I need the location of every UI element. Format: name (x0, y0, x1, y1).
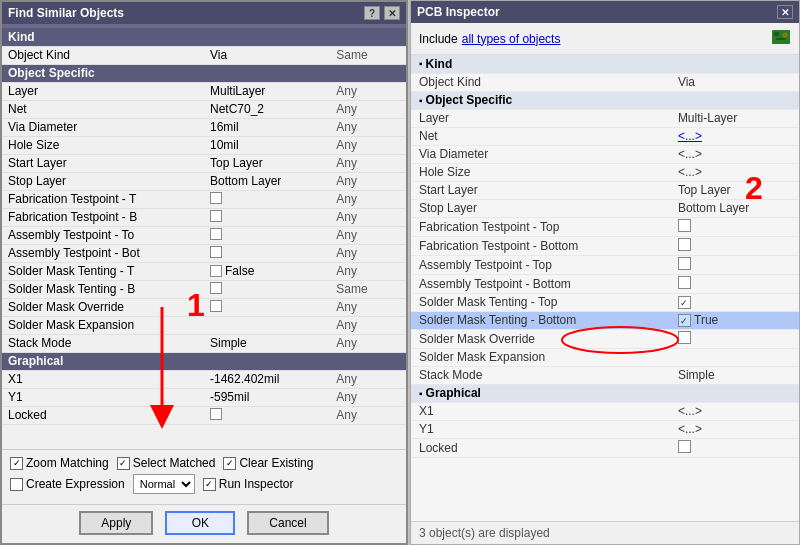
insp-object-specific-section[interactable]: ▪ Object Specific (411, 91, 799, 109)
table-row: Solder Mask Tenting - T False Any (2, 262, 406, 280)
insp-fab-t-cb[interactable] (678, 219, 691, 232)
cancel-button[interactable]: Cancel (247, 511, 328, 535)
dialog-content: Kind Object Kind Via Same Object Specifi… (2, 24, 406, 543)
run-inspector-cb[interactable] (203, 478, 216, 491)
insp-sm-override-cb[interactable] (678, 331, 691, 344)
obj-spec-collapse-icon: ▪ (419, 95, 423, 106)
inspector-table: ▪ Kind Object Kind Via ▪ Object Specific (411, 55, 799, 458)
graphical-collapse-icon: ▪ (419, 388, 423, 399)
zoom-matching-cb[interactable] (10, 457, 23, 470)
select-matched-label[interactable]: Select Matched (117, 456, 216, 470)
select-matched-cb[interactable] (117, 457, 130, 470)
help-button[interactable]: ? (364, 6, 380, 20)
select-matched-text: Select Matched (133, 456, 216, 470)
table-row: Solder Mask Expansion Any (2, 316, 406, 334)
normal-select[interactable]: Normal (133, 474, 195, 494)
insp-kind-label: ▪ Kind (419, 57, 791, 71)
run-inspector-label[interactable]: Run Inspector (203, 477, 294, 491)
table-row: Solder Mask Override Any (2, 298, 406, 316)
insp-prop-object-kind: Object Kind (411, 73, 670, 91)
insp-table-row: Fabrication Testpoint - Bottom (411, 236, 799, 255)
insp-smt-bottom-row: Solder Mask Tenting - Bottom ✓ True (411, 311, 799, 329)
graphical-section-header: Graphical (2, 352, 406, 370)
include-text: Include (419, 32, 458, 46)
insp-table-row: Via Diameter <...> (411, 145, 799, 163)
insp-table-row: Stop Layer Bottom Layer (411, 199, 799, 217)
inspector-content: ▪ Kind Object Kind Via ▪ Object Specific (411, 55, 799, 521)
insp-table-row: Hole Size <...> (411, 163, 799, 181)
smt-t-cb[interactable] (210, 265, 222, 277)
locked-cb[interactable] (210, 408, 222, 420)
footer-text: 3 object(s) are displayed (419, 526, 550, 540)
insp-table-row: Layer Multi-Layer (411, 109, 799, 127)
table-row: Assembly Testpoint - Bot Any (2, 244, 406, 262)
include-link[interactable]: all types of objects (462, 32, 561, 46)
table-row: Assembly Testpoint - To Any (2, 226, 406, 244)
table-row: Layer MultiLayer Any (2, 82, 406, 100)
zoom-matching-label[interactable]: Zoom Matching (10, 456, 109, 470)
insp-table-row: Assembly Testpoint - Bottom (411, 274, 799, 293)
apply-button[interactable]: Apply (79, 511, 153, 535)
assy-testpoint-b-cb[interactable] (210, 246, 222, 258)
insp-smt-bottom-val: True (694, 313, 718, 327)
object-specific-section-header: Object Specific (2, 64, 406, 82)
graphical-section-label: Graphical (2, 352, 406, 370)
ok-button[interactable]: OK (165, 511, 235, 535)
insp-assy-t-cb[interactable] (678, 257, 691, 270)
close-button[interactable]: ✕ (384, 6, 400, 20)
insp-smt-bottom-cb[interactable]: ✓ (678, 314, 691, 327)
create-expression-text: Create Expression (26, 477, 125, 491)
insp-locked-cb[interactable] (678, 440, 691, 453)
kind-section-header: Kind (2, 28, 406, 46)
clear-existing-text: Clear Existing (239, 456, 313, 470)
dialog-title: Find Similar Objects (8, 6, 124, 20)
table-row: Fabrication Testpoint - T Any (2, 190, 406, 208)
options-row-1: Zoom Matching Select Matched Clear Exist… (10, 456, 398, 470)
match-object-kind: Same (330, 46, 406, 64)
dialog-titlebar: Find Similar Objects ? ✕ (2, 2, 406, 24)
pcb-icon (771, 27, 791, 50)
zoom-matching-text: Zoom Matching (26, 456, 109, 470)
table-row: Solder Mask Tenting - B Same (2, 280, 406, 298)
inspector-footer: 3 object(s) are displayed (411, 521, 799, 544)
options-row-2: Create Expression Normal Run Inspector (10, 474, 398, 494)
create-expression-label[interactable]: Create Expression (10, 477, 125, 491)
create-expression-cb[interactable] (10, 478, 23, 491)
inspector-close-button[interactable]: ✕ (777, 5, 793, 19)
table-row: Start Layer Top Layer Any (2, 154, 406, 172)
insp-table-row: Solder Mask Override (411, 329, 799, 348)
insp-graphical-section[interactable]: ▪ Graphical (411, 384, 799, 402)
assy-testpoint-t-cb[interactable] (210, 228, 222, 240)
insp-table-row: X1 <...> (411, 402, 799, 420)
insp-table-row: Y1 <...> (411, 420, 799, 438)
insp-table-row: Net <...> (411, 127, 799, 145)
fab-testpoint-b-cb[interactable] (210, 210, 222, 222)
insp-kind-section[interactable]: ▪ Kind (411, 55, 799, 73)
insp-fab-b-cb[interactable] (678, 238, 691, 251)
insp-graphical-label: ▪ Graphical (419, 386, 791, 400)
prop-object-kind: Object Kind (2, 46, 204, 64)
clear-existing-cb[interactable] (223, 457, 236, 470)
insp-assy-b-cb[interactable] (678, 276, 691, 289)
run-inspector-text: Run Inspector (219, 477, 294, 491)
smt-b-cb[interactable] (210, 282, 222, 294)
fab-testpoint-t-cb[interactable] (210, 192, 222, 204)
insp-table-row: Locked (411, 438, 799, 457)
val-object-kind: Via (204, 46, 330, 64)
table-row: Y1 -595mil Any (2, 388, 406, 406)
insp-table-row: Fabrication Testpoint - Top (411, 217, 799, 236)
bottom-options: Zoom Matching Select Matched Clear Exist… (2, 449, 406, 504)
inspector-header: Include all types of objects (411, 23, 799, 55)
pcb-board-icon (771, 27, 791, 47)
titlebar-controls: ? ✕ (364, 6, 400, 20)
find-similar-dialog: Find Similar Objects ? ✕ Kind (0, 0, 408, 545)
smt-t-cell: False (210, 264, 324, 278)
smt-t-val: False (225, 264, 254, 278)
insp-table-row: Start Layer Top Layer (411, 181, 799, 199)
inspector-titlebar: PCB Inspector ✕ (411, 1, 799, 23)
net-link[interactable]: <...> (678, 129, 702, 143)
clear-existing-label[interactable]: Clear Existing (223, 456, 313, 470)
insp-smt-top-cb[interactable]: ✓ (678, 296, 691, 309)
kind-collapse-icon: ▪ (419, 58, 423, 69)
sm-override-cb[interactable] (210, 300, 222, 312)
